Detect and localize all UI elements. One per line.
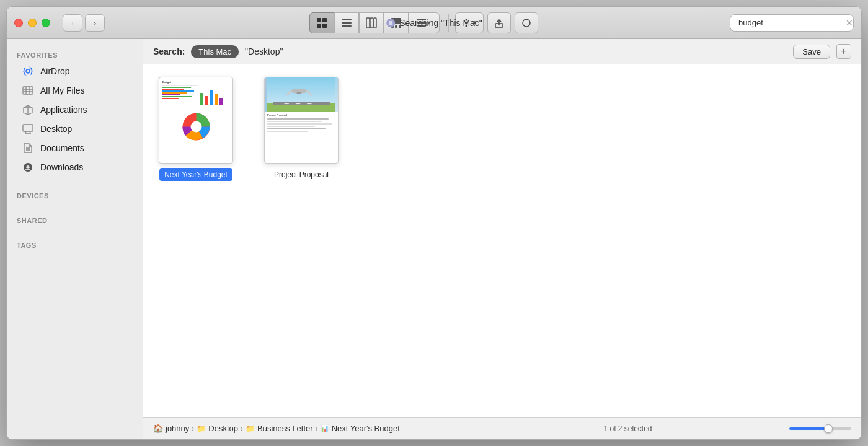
desktop-icon (22, 123, 34, 135)
content-area: Search: This Mac "Desktop" Save + Budget (143, 39, 861, 439)
scope-desktop-label[interactable]: "Desktop" (245, 46, 283, 56)
breadcrumb-budget-icon: 📊 (321, 424, 329, 432)
proposal-image (265, 77, 338, 112)
svg-rect-49 (285, 103, 289, 104)
downloads-icon (22, 161, 34, 173)
tags-header: Tags (7, 237, 143, 251)
add-criterion-button[interactable]: + (836, 44, 851, 59)
search-scope-bar: Search: This Mac "Desktop" Save + (143, 39, 861, 64)
sidebar-item-airdrop-label: AirDrop (40, 66, 69, 76)
nav-buttons: ‹ › (63, 14, 105, 32)
sidebar-item-all-my-files-label: All My Files (40, 85, 85, 95)
pie-chart (179, 110, 213, 144)
svg-rect-51 (307, 103, 311, 104)
breadcrumb-desktop-folder-icon: 📁 (197, 424, 206, 433)
sidebar-item-documents[interactable]: Documents (12, 139, 138, 157)
sidebar-item-downloads[interactable]: Downloads (12, 158, 138, 177)
svg-rect-50 (296, 103, 300, 104)
sidebar: Favorites AirDrop (7, 39, 143, 439)
finder-window: ‹ › (6, 6, 862, 440)
breadcrumb-business-letter[interactable]: 📁 Business Letter (246, 424, 313, 433)
breadcrumb-home[interactable]: 🏠 johnny (153, 424, 189, 433)
sidebar-item-applications-label: Applications (40, 105, 87, 115)
zoom-slider-area (789, 427, 851, 430)
breadcrumb-sep-3: › (316, 424, 318, 433)
file-item-budget[interactable]: Budget (156, 77, 236, 181)
svg-rect-4 (342, 19, 352, 20)
file-thumbnail-budget: Budget (159, 77, 233, 164)
proposal-text-area: Project Proposal (265, 112, 338, 135)
documents-icon (22, 142, 34, 154)
svg-rect-2 (317, 24, 321, 28)
svg-rect-24 (389, 21, 392, 25)
selection-info: 1 of 2 selected (471, 424, 784, 433)
share-button[interactable] (487, 12, 511, 33)
svg-point-22 (523, 19, 530, 27)
zoom-thumb[interactable] (824, 424, 833, 433)
minimize-button[interactable] (28, 19, 37, 27)
svg-rect-8 (370, 18, 373, 28)
breadcrumb-sep-1: › (192, 424, 194, 433)
svg-point-45 (190, 121, 202, 133)
file-label-proposal: Project Proposal (269, 168, 334, 181)
search-label: Search: (153, 46, 185, 56)
svg-rect-7 (366, 18, 370, 28)
sidebar-item-airdrop[interactable]: AirDrop (12, 62, 138, 81)
all-my-files-icon (22, 84, 34, 97)
sidebar-item-desktop[interactable]: Desktop (12, 120, 138, 138)
breadcrumb-budget-label: Next Year's Budget (332, 424, 400, 433)
svg-rect-48 (273, 102, 330, 105)
breadcrumb-business-folder-icon: 📁 (246, 424, 255, 433)
file-item-proposal[interactable]: Project Proposal Project Proposal (261, 77, 342, 181)
search-clear-button[interactable]: ✕ (846, 18, 853, 28)
breadcrumb-home-label: johnny (166, 424, 189, 433)
sidebar-item-all-my-files[interactable]: All My Files (12, 81, 138, 100)
favorites-header: Favorites (7, 46, 143, 61)
sidebar-item-applications[interactable]: Applications (12, 100, 138, 119)
sidebar-item-downloads-label: Downloads (40, 162, 83, 172)
view-grid-button[interactable] (309, 12, 334, 33)
svg-rect-55 (297, 92, 301, 94)
breadcrumb-desktop-label: Desktop (208, 424, 238, 433)
breadcrumb: 🏠 johnny › 📁 Desktop › 📁 Business Letter… (153, 424, 466, 433)
file-thumbnail-proposal: Project Proposal (264, 77, 339, 164)
view-list-button[interactable] (334, 12, 359, 33)
window-title: Searching "This Mac" (386, 18, 482, 28)
home-icon: 🏠 (153, 424, 163, 433)
svg-rect-0 (317, 18, 321, 22)
tag-button[interactable] (515, 12, 538, 33)
file-label-budget: Next Year's Budget (159, 168, 232, 181)
file-grid: Budget (143, 64, 861, 417)
svg-rect-28 (23, 87, 33, 94)
scope-this-mac-button[interactable]: This Mac (191, 45, 239, 58)
close-button[interactable] (14, 19, 23, 27)
shared-header: Shared (7, 212, 143, 227)
breadcrumb-business-letter-label: Business Letter (257, 424, 313, 433)
maximize-button[interactable] (42, 19, 50, 27)
sidebar-item-desktop-label: Desktop (40, 124, 72, 134)
zoom-slider[interactable] (789, 427, 851, 430)
view-columns-button[interactable] (359, 12, 384, 33)
status-bar: 🏠 johnny › 📁 Desktop › 📁 Business Letter… (143, 417, 861, 439)
forward-button[interactable]: › (85, 14, 105, 32)
titlebar: ‹ › (7, 7, 861, 39)
breadcrumb-sep-2: › (241, 424, 243, 433)
breadcrumb-desktop[interactable]: 📁 Desktop (197, 424, 238, 433)
breadcrumb-budget-file[interactable]: 📊 Next Year's Budget (321, 424, 400, 433)
main-content: Favorites AirDrop (7, 39, 861, 439)
svg-rect-35 (23, 125, 33, 131)
svg-rect-9 (374, 18, 376, 28)
devices-header: Devices (7, 187, 143, 202)
search-input[interactable] (738, 18, 843, 27)
sidebar-item-documents-label: Documents (40, 143, 84, 153)
svg-point-27 (26, 69, 30, 73)
svg-rect-5 (342, 22, 352, 24)
applications-icon (22, 103, 34, 116)
search-bar[interactable]: ✕ (730, 14, 854, 32)
svg-rect-1 (322, 18, 327, 22)
svg-rect-6 (342, 25, 352, 27)
svg-rect-3 (322, 24, 327, 28)
back-button[interactable]: ‹ (63, 14, 82, 32)
save-search-button[interactable]: Save (793, 45, 830, 59)
airdrop-icon (22, 65, 34, 77)
